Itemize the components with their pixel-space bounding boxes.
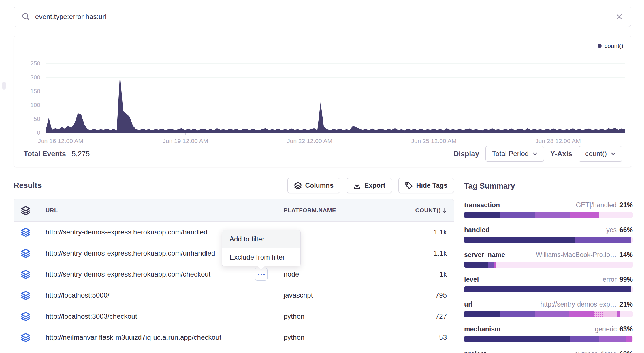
tag-bar-segment: [464, 212, 500, 218]
chevron-down-icon: [533, 152, 537, 155]
tag-top-value: error: [602, 276, 617, 283]
url-cell[interactable]: http://neilmanvar-flask-m3uuizd7iq-uc.a.…: [46, 333, 284, 341]
tag-bar-segment: [599, 212, 633, 218]
platform-cell[interactable]: python: [284, 312, 392, 320]
tag-top-percent: 63%: [619, 350, 633, 353]
tag-name[interactable]: mechanism: [464, 325, 501, 333]
search-input[interactable]: event.type:error has:url: [35, 13, 615, 21]
tag-bar-segment: [617, 311, 620, 317]
layers-icon[interactable]: [21, 206, 46, 215]
search-icon: [21, 12, 31, 21]
tag-name[interactable]: level: [464, 276, 479, 283]
tag-name[interactable]: url: [464, 301, 472, 308]
results-header-row: Results Columns Export Hi: [14, 178, 454, 193]
tag-top-value: generic: [595, 325, 617, 333]
tag-name[interactable]: project: [464, 350, 486, 353]
tag-summary-row: handledyes66%: [464, 226, 633, 243]
column-header-platform[interactable]: PLATFORM.NAME: [284, 207, 392, 214]
yaxis-dropdown[interactable]: count(): [579, 146, 622, 162]
hide-tags-button[interactable]: Hide Tags: [398, 178, 454, 193]
tag-distribution-bar[interactable]: [464, 286, 633, 292]
y-axis-tick-label: 0: [20, 129, 40, 136]
count-cell[interactable]: 1.1k: [392, 249, 447, 257]
clear-search-button[interactable]: [615, 12, 624, 21]
display-dropdown-value: Total Period: [492, 150, 529, 158]
x-axis-line: [46, 133, 625, 133]
tag-bar-segment: [570, 212, 599, 218]
layers-icon[interactable]: [21, 269, 46, 279]
yaxis-label: Y-Axis: [550, 150, 572, 158]
tag-summary-row: urlhttp://sentry-demos-exp…21%: [464, 301, 633, 317]
tag-distribution-bar[interactable]: [464, 212, 633, 218]
count-cell[interactable]: 795: [392, 291, 447, 299]
sort-desc-icon: [442, 207, 447, 213]
tag-bar-segment: [494, 262, 496, 268]
x-axis-tick: [185, 133, 186, 135]
platform-cell[interactable]: python: [284, 333, 392, 341]
platform-cell[interactable]: node: [284, 270, 392, 278]
url-cell[interactable]: http://localhost:3003/checkout: [46, 312, 284, 320]
y-axis-tick-label: 200: [20, 74, 40, 81]
platform-cell[interactable]: javascript: [284, 291, 392, 299]
count-cell[interactable]: 53: [392, 333, 447, 341]
layers-icon[interactable]: [21, 248, 46, 258]
layers-icon[interactable]: [21, 333, 46, 342]
y-axis-tick-label: 150: [20, 88, 40, 95]
total-events-value: 5,275: [72, 150, 90, 158]
count-cell[interactable]: 1k: [392, 270, 447, 278]
table-row[interactable]: http://localhost:5000/javascript795: [14, 285, 454, 306]
chevron-down-icon: [611, 152, 615, 155]
tag-top-value: GET|/handled: [576, 201, 617, 209]
tag-summary-row: levelerror99%: [464, 276, 633, 292]
display-dropdown[interactable]: Total Period: [485, 146, 544, 162]
tag-bar-segment: [500, 212, 535, 218]
tag-distribution-bar[interactable]: [464, 311, 633, 317]
tag-bar-segment: [631, 286, 633, 292]
y-axis-tick-label: 50: [20, 115, 40, 122]
tag-summary-panel: Tag Summary transactionGET|/handled21%ha…: [464, 182, 633, 353]
tag-name[interactable]: handled: [464, 226, 489, 234]
table-row[interactable]: http://localhost:3003/checkoutpython727: [14, 306, 454, 327]
table-row[interactable]: http://sentry-demos-express.herokuapp.co…: [14, 264, 454, 285]
panel-resize-handle[interactable]: [2, 82, 6, 90]
column-header-count[interactable]: COUNT(): [392, 207, 447, 214]
tag-bar-segment: [464, 237, 575, 243]
tag-bar-segment: [464, 311, 500, 317]
layers-icon[interactable]: [21, 227, 46, 237]
count-cell[interactable]: 727: [392, 312, 447, 320]
table-header: URL PLATFORM.NAME COUNT(): [14, 199, 454, 221]
table-row[interactable]: http://neilmanvar-flask-m3uuizd7iq-uc.a.…: [14, 327, 454, 348]
layers-icon[interactable]: [21, 311, 46, 321]
export-button-label: Export: [364, 182, 385, 189]
tag-summary-heading: Tag Summary: [464, 182, 633, 190]
url-cell[interactable]: http://sentry-demos-express.herokuapp.co…: [46, 270, 284, 278]
column-header-url[interactable]: URL: [46, 207, 284, 214]
tag-bar-segment: [535, 311, 569, 317]
layers-icon[interactable]: [21, 290, 46, 300]
tag-bar-segment: [464, 286, 631, 292]
tag-top-percent: 21%: [619, 201, 633, 209]
count-series-area: [46, 74, 625, 133]
tag-name[interactable]: transaction: [464, 201, 500, 209]
tag-top-percent: 63%: [619, 325, 633, 333]
tag-top-value: express-demo: [575, 350, 617, 353]
tag-summary-row: projectexpress-demo63%: [464, 350, 633, 353]
tag-bar-segment: [626, 336, 632, 342]
add-to-filter-item[interactable]: Add to filter: [222, 230, 300, 248]
yaxis-dropdown-value: count(): [585, 150, 607, 158]
tag-distribution-bar[interactable]: [464, 262, 633, 268]
tag-distribution-bar[interactable]: [464, 237, 633, 243]
total-events-label: Total Events: [24, 150, 66, 158]
events-chart-panel: count() 050100150200250Jun 16 12:00 AMJu…: [14, 36, 632, 167]
tag-distribution-bar[interactable]: [464, 336, 633, 342]
tag-name[interactable]: server_name: [464, 251, 505, 259]
tag-bar-segment: [594, 311, 617, 317]
count-cell[interactable]: 1.1k: [392, 228, 447, 236]
tag-bar-segment: [464, 336, 570, 342]
x-axis-tick: [558, 133, 558, 135]
export-button[interactable]: Export: [347, 178, 392, 193]
columns-button[interactable]: Columns: [287, 178, 340, 193]
x-axis-tick: [61, 133, 61, 135]
url-cell[interactable]: http://localhost:5000/: [46, 291, 284, 299]
search-bar[interactable]: event.type:error has:url: [14, 7, 631, 27]
